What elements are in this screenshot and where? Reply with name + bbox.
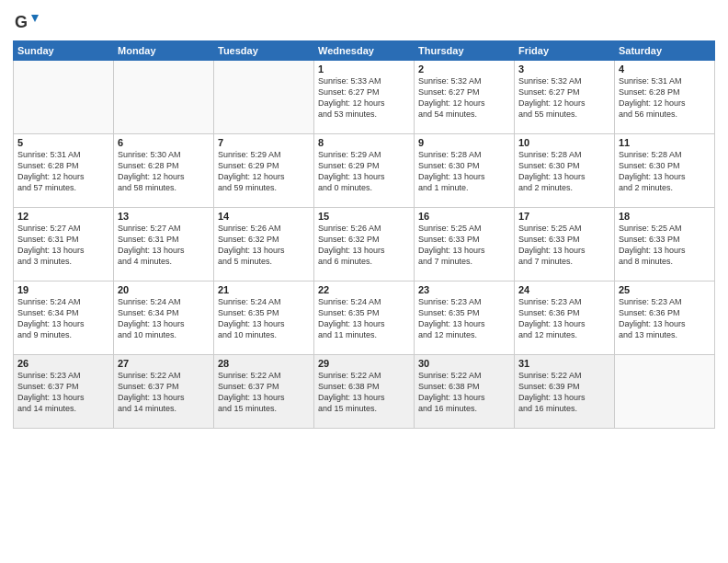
day-info: Sunrise: 5:25 AM Sunset: 6:33 PM Dayligh…: [418, 223, 510, 268]
calendar-cell: 5Sunrise: 5:31 AM Sunset: 6:28 PM Daylig…: [14, 134, 114, 208]
logo: G: [13, 9, 42, 35]
day-number: 16: [418, 211, 510, 222]
calendar-cell: 8Sunrise: 5:29 AM Sunset: 6:29 PM Daylig…: [314, 134, 415, 208]
day-number: 12: [17, 211, 109, 222]
day-number: 31: [518, 358, 610, 369]
svg-marker-1: [31, 15, 39, 22]
day-info: Sunrise: 5:26 AM Sunset: 6:32 PM Dayligh…: [318, 223, 410, 268]
day-number: 11: [619, 137, 711, 148]
day-info: Sunrise: 5:28 AM Sunset: 6:30 PM Dayligh…: [518, 149, 610, 194]
calendar-week-row: 26Sunrise: 5:23 AM Sunset: 6:37 PM Dayli…: [14, 355, 715, 429]
calendar-cell: 22Sunrise: 5:24 AM Sunset: 6:35 PM Dayli…: [314, 282, 415, 355]
day-info: Sunrise: 5:32 AM Sunset: 6:27 PM Dayligh…: [418, 75, 510, 121]
day-number: 1: [318, 63, 410, 75]
calendar-header-row: SundayMondayTuesdayWednesdayThursdayFrid…: [14, 41, 715, 61]
calendar-cell: 19Sunrise: 5:24 AM Sunset: 6:34 PM Dayli…: [14, 282, 114, 355]
calendar-cell: 2Sunrise: 5:32 AM Sunset: 6:27 PM Daylig…: [415, 61, 515, 134]
calendar-cell: 4Sunrise: 5:31 AM Sunset: 6:28 PM Daylig…: [615, 61, 715, 134]
day-info: Sunrise: 5:24 AM Sunset: 6:35 PM Dayligh…: [318, 296, 410, 341]
day-info: Sunrise: 5:31 AM Sunset: 6:28 PM Dayligh…: [17, 149, 109, 194]
day-info: Sunrise: 5:27 AM Sunset: 6:31 PM Dayligh…: [118, 223, 210, 268]
calendar-cell: 16Sunrise: 5:25 AM Sunset: 6:33 PM Dayli…: [415, 208, 515, 282]
day-number: 4: [619, 63, 711, 75]
day-info: Sunrise: 5:32 AM Sunset: 6:27 PM Dayligh…: [518, 75, 610, 121]
day-number: 30: [418, 358, 510, 369]
day-number: 22: [318, 284, 410, 295]
day-number: 5: [17, 137, 109, 148]
calendar-cell: 20Sunrise: 5:24 AM Sunset: 6:34 PM Dayli…: [114, 282, 214, 355]
day-info: Sunrise: 5:22 AM Sunset: 6:38 PM Dayligh…: [318, 370, 410, 415]
calendar-day-header: Wednesday: [314, 41, 415, 61]
day-info: Sunrise: 5:24 AM Sunset: 6:35 PM Dayligh…: [218, 296, 310, 341]
calendar-cell: 23Sunrise: 5:23 AM Sunset: 6:35 PM Dayli…: [415, 282, 515, 355]
day-info: Sunrise: 5:23 AM Sunset: 6:36 PM Dayligh…: [518, 296, 610, 341]
calendar-cell: 31Sunrise: 5:22 AM Sunset: 6:39 PM Dayli…: [515, 355, 615, 429]
calendar-cell: 7Sunrise: 5:29 AM Sunset: 6:29 PM Daylig…: [214, 134, 314, 208]
calendar-cell: 1Sunrise: 5:33 AM Sunset: 6:27 PM Daylig…: [314, 61, 415, 134]
day-number: 2: [418, 63, 510, 75]
day-info: Sunrise: 5:23 AM Sunset: 6:37 PM Dayligh…: [17, 370, 109, 415]
calendar-cell: 15Sunrise: 5:26 AM Sunset: 6:32 PM Dayli…: [314, 208, 415, 282]
day-number: 7: [218, 137, 310, 148]
calendar-table: SundayMondayTuesdayWednesdayThursdayFrid…: [13, 40, 715, 429]
calendar-cell: 24Sunrise: 5:23 AM Sunset: 6:36 PM Dayli…: [515, 282, 615, 355]
day-info: Sunrise: 5:29 AM Sunset: 6:29 PM Dayligh…: [318, 149, 410, 194]
day-number: 18: [619, 211, 711, 222]
calendar-cell: 25Sunrise: 5:23 AM Sunset: 6:36 PM Dayli…: [615, 282, 715, 355]
day-number: 15: [318, 211, 410, 222]
day-number: 28: [218, 358, 310, 369]
day-number: 9: [418, 137, 510, 148]
calendar-day-header: Friday: [515, 41, 615, 61]
calendar-cell: 11Sunrise: 5:28 AM Sunset: 6:30 PM Dayli…: [615, 134, 715, 208]
day-number: 27: [118, 358, 210, 369]
calendar-day-header: Sunday: [14, 41, 114, 61]
day-number: 19: [17, 284, 109, 295]
calendar-week-row: 19Sunrise: 5:24 AM Sunset: 6:34 PM Dayli…: [14, 282, 715, 355]
day-info: Sunrise: 5:24 AM Sunset: 6:34 PM Dayligh…: [17, 296, 109, 341]
day-number: 14: [218, 211, 310, 222]
day-number: 17: [518, 211, 610, 222]
calendar-cell: [214, 61, 314, 134]
page-header: G: [13, 9, 715, 35]
day-info: Sunrise: 5:25 AM Sunset: 6:33 PM Dayligh…: [619, 223, 711, 268]
day-info: Sunrise: 5:28 AM Sunset: 6:30 PM Dayligh…: [619, 149, 711, 194]
day-info: Sunrise: 5:22 AM Sunset: 6:38 PM Dayligh…: [418, 370, 510, 415]
calendar-cell: 27Sunrise: 5:22 AM Sunset: 6:37 PM Dayli…: [114, 355, 214, 429]
calendar-cell: 6Sunrise: 5:30 AM Sunset: 6:28 PM Daylig…: [114, 134, 214, 208]
day-number: 10: [518, 137, 610, 148]
day-number: 29: [318, 358, 410, 369]
calendar-week-row: 5Sunrise: 5:31 AM Sunset: 6:28 PM Daylig…: [14, 134, 715, 208]
calendar-cell: 10Sunrise: 5:28 AM Sunset: 6:30 PM Dayli…: [515, 134, 615, 208]
calendar-cell: [114, 61, 214, 134]
day-info: Sunrise: 5:30 AM Sunset: 6:28 PM Dayligh…: [118, 149, 210, 194]
day-info: Sunrise: 5:24 AM Sunset: 6:34 PM Dayligh…: [118, 296, 210, 341]
calendar-week-row: 1Sunrise: 5:33 AM Sunset: 6:27 PM Daylig…: [14, 61, 715, 134]
day-info: Sunrise: 5:26 AM Sunset: 6:32 PM Dayligh…: [218, 223, 310, 268]
calendar-cell: [615, 355, 715, 429]
day-info: Sunrise: 5:31 AM Sunset: 6:28 PM Dayligh…: [619, 75, 711, 121]
day-number: 13: [118, 211, 210, 222]
calendar-cell: 29Sunrise: 5:22 AM Sunset: 6:38 PM Dayli…: [314, 355, 415, 429]
calendar-cell: 3Sunrise: 5:32 AM Sunset: 6:27 PM Daylig…: [515, 61, 615, 134]
calendar-cell: 30Sunrise: 5:22 AM Sunset: 6:38 PM Dayli…: [415, 355, 515, 429]
day-number: 26: [17, 358, 109, 369]
day-number: 24: [518, 284, 610, 295]
day-info: Sunrise: 5:23 AM Sunset: 6:35 PM Dayligh…: [418, 296, 510, 341]
calendar-day-header: Saturday: [615, 41, 715, 61]
day-info: Sunrise: 5:22 AM Sunset: 6:39 PM Dayligh…: [518, 370, 610, 415]
calendar-cell: 26Sunrise: 5:23 AM Sunset: 6:37 PM Dayli…: [14, 355, 114, 429]
calendar-cell: 28Sunrise: 5:22 AM Sunset: 6:37 PM Dayli…: [214, 355, 314, 429]
calendar-day-header: Thursday: [415, 41, 515, 61]
day-info: Sunrise: 5:27 AM Sunset: 6:31 PM Dayligh…: [17, 223, 109, 268]
calendar-cell: [14, 61, 114, 134]
day-number: 20: [118, 284, 210, 295]
logo-icon: G: [13, 9, 39, 35]
calendar-cell: 17Sunrise: 5:25 AM Sunset: 6:33 PM Dayli…: [515, 208, 615, 282]
calendar-cell: 12Sunrise: 5:27 AM Sunset: 6:31 PM Dayli…: [14, 208, 114, 282]
day-info: Sunrise: 5:25 AM Sunset: 6:33 PM Dayligh…: [518, 223, 610, 268]
svg-text:G: G: [15, 13, 28, 31]
calendar-day-header: Tuesday: [214, 41, 314, 61]
day-number: 6: [118, 137, 210, 148]
day-number: 3: [518, 63, 610, 75]
day-number: 25: [619, 284, 711, 295]
